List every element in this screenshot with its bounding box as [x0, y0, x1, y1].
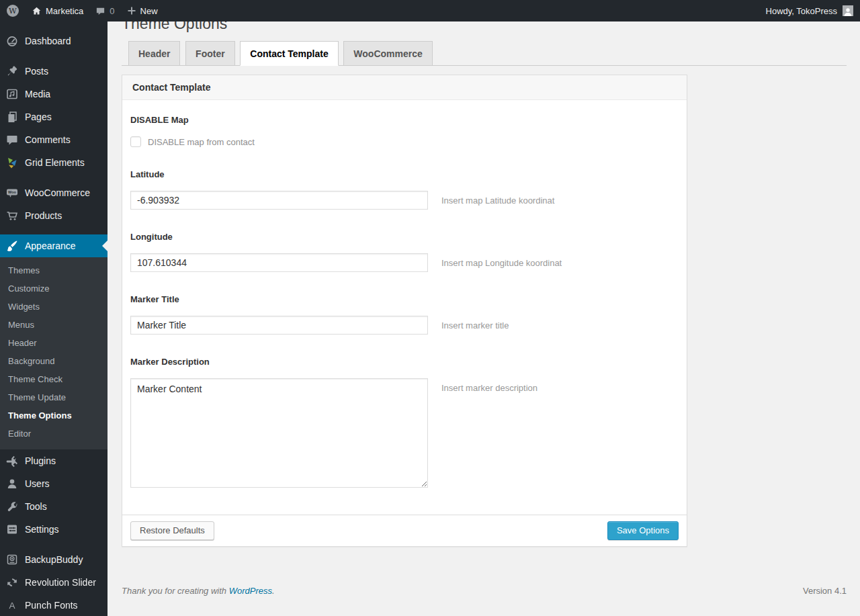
sidebar-item-punch-fonts[interactable]: A Punch Fonts	[0, 594, 108, 616]
disable-map-row: DISABLE map from contact	[130, 136, 679, 147]
disable-map-label: DISABLE Map	[130, 115, 679, 125]
comment-bubble-icon	[95, 6, 105, 16]
admin-bar: W Marketica 0 New Howdy, TokoPress	[0, 0, 860, 21]
sidebar-item-label: Plugins	[25, 455, 56, 466]
admin-menu: Dashboard Posts Media Pages Commen	[0, 21, 108, 616]
menu-separator	[0, 541, 108, 548]
woocommerce-badge-icon: Woo	[5, 186, 19, 200]
marker-title-help: Insert marker title	[441, 320, 509, 331]
sidebar-item-label: Products	[25, 210, 62, 221]
wordpress-link[interactable]: WordPress	[229, 586, 272, 596]
sidebar-item-users[interactable]: Users	[0, 472, 108, 495]
tab-footer[interactable]: Footer	[185, 41, 235, 66]
save-options-button[interactable]: Save Options	[607, 521, 679, 540]
comment-count: 0	[110, 6, 114, 16]
tab-contact-template[interactable]: Contact Template	[240, 41, 338, 66]
person-icon	[5, 477, 19, 490]
admin-bar-left: W Marketica 0 New	[0, 0, 164, 21]
version-label: Version 4.1	[803, 586, 847, 596]
menu-separator	[0, 227, 108, 234]
tab-woocommerce[interactable]: WooCommerce	[343, 41, 432, 66]
marker-description-textarea[interactable]: Marker Content	[130, 378, 428, 488]
menu-separator	[0, 174, 108, 181]
wrench-icon	[5, 500, 19, 513]
appearance-submenu: Themes Customize Widgets Menus Header Ba…	[0, 257, 108, 449]
longitude-input[interactable]	[130, 253, 428, 272]
sidebar-item-comments[interactable]: Comments	[0, 128, 108, 151]
svg-text:A: A	[9, 601, 15, 611]
plus-icon	[127, 6, 136, 15]
svg-text:Woo: Woo	[8, 190, 17, 194]
pushpin-icon	[5, 64, 19, 78]
sidebar-item-tools[interactable]: Tools	[0, 495, 108, 518]
sidebar-item-label: Settings	[25, 524, 59, 535]
media-icon	[5, 87, 19, 101]
longitude-row: Insert map Longitude koordinat	[130, 253, 679, 272]
comment-icon	[5, 133, 19, 146]
submenu-item-background[interactable]: Background	[0, 352, 108, 370]
sidebar-item-label: Media	[25, 89, 50, 99]
sidebar-item-label: Punch Fonts	[25, 600, 78, 611]
sidebar-item-appearance[interactable]: Appearance	[0, 234, 108, 257]
sidebar-item-settings[interactable]: Settings	[0, 518, 108, 541]
submenu-item-theme-check[interactable]: Theme Check	[0, 370, 108, 388]
grid-elements-icon	[5, 156, 19, 169]
home-icon	[32, 6, 42, 16]
sidebar-item-label: Users	[25, 478, 50, 489]
marker-description-group: Marker Description Marker Content Insert…	[130, 357, 679, 488]
longitude-help: Insert map Longitude koordinat	[441, 258, 562, 268]
sidebar-item-label: Dashboard	[25, 36, 71, 46]
latitude-group: Latitude Insert map Latitude koordinat	[130, 169, 679, 210]
sidebar-item-grid-elements[interactable]: Grid Elements	[0, 151, 108, 174]
main-content: Theme Options Header Footer Contact Temp…	[108, 0, 860, 596]
howdy-label: Howdy, TokoPress	[766, 6, 837, 16]
disable-map-checkbox[interactable]	[130, 136, 141, 147]
sidebar-item-pages[interactable]: Pages	[0, 105, 108, 128]
longitude-group: Longitude Insert map Longitude koordinat	[130, 232, 679, 272]
tab-header[interactable]: Header	[128, 41, 180, 66]
latitude-row: Insert map Latitude koordinat	[130, 191, 679, 210]
submenu-item-header[interactable]: Header	[0, 334, 108, 352]
sidebar-item-revolution-slider[interactable]: Revolution Slider	[0, 571, 108, 594]
submenu-item-theme-update[interactable]: Theme Update	[0, 388, 108, 406]
admin-sidebar: Dashboard Posts Media Pages Commen	[0, 21, 108, 616]
submenu-item-menus[interactable]: Menus	[0, 316, 108, 334]
sidebar-item-plugins[interactable]: Plugins	[0, 449, 108, 472]
site-name-menu[interactable]: Marketica	[26, 0, 89, 21]
thanks-prefix: Thank you for creating with	[122, 586, 229, 596]
restore-defaults-button[interactable]: Restore Defaults	[130, 521, 214, 540]
submenu-item-themes[interactable]: Themes	[0, 261, 108, 279]
marker-title-input[interactable]	[130, 316, 428, 335]
sidebar-item-label: BackupBuddy	[25, 554, 83, 565]
new-content-menu[interactable]: New	[121, 0, 164, 21]
site-name-label: Marketica	[46, 6, 83, 16]
latitude-input[interactable]	[130, 191, 428, 210]
circular-arrows-icon	[5, 576, 19, 589]
marker-description-label: Marker Description	[130, 357, 679, 367]
sidebar-item-posts[interactable]: Posts	[0, 60, 108, 83]
sidebar-item-backupbuddy[interactable]: BackupBuddy	[0, 548, 108, 571]
submenu-item-widgets[interactable]: Widgets	[0, 298, 108, 316]
wp-logo-menu[interactable]: W	[0, 0, 26, 21]
sidebar-item-products[interactable]: Products	[0, 204, 108, 227]
sidebar-item-media[interactable]: Media	[0, 83, 108, 105]
sidebar-item-label: Grid Elements	[25, 157, 85, 168]
sidebar-item-woocommerce[interactable]: Woo WooCommerce	[0, 181, 108, 204]
longitude-label: Longitude	[130, 232, 679, 242]
panel-body: DISABLE Map DISABLE map from contact Lat…	[122, 100, 687, 515]
disable-map-group: DISABLE Map DISABLE map from contact	[130, 115, 679, 147]
submenu-item-theme-options[interactable]: Theme Options	[0, 406, 108, 425]
svg-text:W: W	[9, 6, 17, 15]
comments-menu[interactable]: 0	[89, 0, 120, 21]
backup-disk-icon	[5, 553, 19, 566]
submenu-item-customize[interactable]: Customize	[0, 279, 108, 298]
paintbrush-icon	[5, 239, 19, 253]
disable-map-checkbox-label[interactable]: DISABLE map from contact	[148, 137, 255, 147]
dashboard-gauge-icon	[5, 34, 19, 48]
plug-icon	[5, 454, 19, 468]
submenu-item-editor[interactable]: Editor	[0, 425, 108, 443]
marker-title-label: Marker Title	[130, 294, 679, 304]
account-menu[interactable]: Howdy, TokoPress	[766, 0, 860, 21]
sidebar-item-dashboard[interactable]: Dashboard	[0, 30, 108, 52]
pages-icon	[5, 110, 19, 124]
